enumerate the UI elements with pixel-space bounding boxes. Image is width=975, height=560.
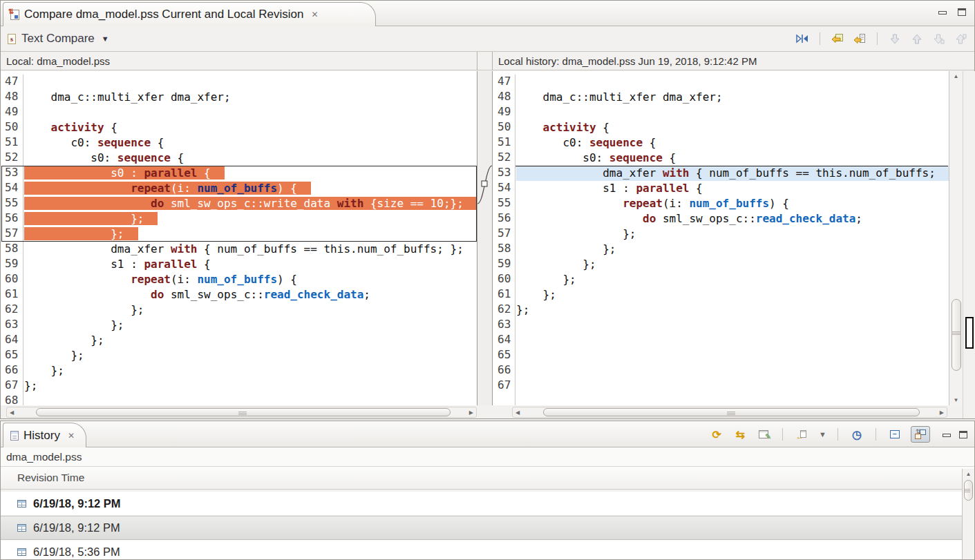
right-code-pane[interactable]: 4748495051525354555657585960616263646566… [492, 71, 949, 405]
overview-ruler[interactable] [963, 71, 975, 418]
scroll-right-icon[interactable]: ▶ [469, 409, 473, 416]
code-segment: { [663, 151, 676, 164]
copy-current-right-to-left-icon[interactable] [852, 31, 867, 46]
code-segment: parallel [636, 182, 689, 195]
line-number: 49 [1, 105, 23, 120]
code-segment: }; [24, 364, 64, 377]
code-segment: with [337, 197, 364, 210]
code-segment: s0: [24, 151, 117, 164]
code-line: }; [24, 348, 477, 363]
close-icon[interactable]: ✕ [68, 431, 75, 441]
diff-connector-handle[interactable] [482, 181, 487, 186]
scroll-grip [727, 412, 735, 415]
compare-editor-section: Compare dma_model.pss Current and Local … [0, 0, 975, 419]
code-segment: { [197, 166, 210, 180]
next-difference-icon[interactable] [887, 31, 902, 46]
history-file-name: dma_model.pss [1, 447, 974, 467]
scroll-right-icon[interactable]: ▶ [940, 409, 944, 416]
code-line: dma_xfer with { num_of_buffs == this.num… [516, 166, 949, 181]
maximize-icon[interactable] [959, 431, 967, 438]
right-vertical-scrollbar[interactable]: ▲ ▼ [949, 71, 963, 405]
previous-change-icon[interactable] [954, 31, 969, 46]
code-line [24, 75, 477, 90]
copy-current-glyph [853, 33, 866, 45]
copy-all-right-to-left-icon[interactable] [830, 31, 845, 46]
compare-mode-toggle[interactable]: ⇅ [911, 426, 930, 443]
code-line-text: }; [516, 227, 636, 240]
scroll-down-icon[interactable]: ▼ [949, 397, 963, 403]
revision-row[interactable]: 6/19/18, 9:12 PM [1, 492, 962, 516]
tab-compare-editor[interactable]: Compare dma_model.pss Current and Local … [3, 2, 376, 26]
scroll-grip [238, 412, 247, 415]
line-number: 51 [493, 135, 515, 151]
code-line-text: repeat(i: num_of_buffs) { [24, 182, 311, 195]
horizontal-scroll-thumb[interactable] [36, 408, 451, 416]
code-line: do sml_sw_ops_c::read_check_data; [24, 287, 477, 302]
code-line-text: repeat(i: num_of_buffs) { [24, 273, 297, 286]
line-number: 48 [1, 90, 23, 105]
vertical-scroll-thumb[interactable] [964, 480, 973, 501]
code-line: }; [516, 287, 949, 302]
vertical-scroll-thumb[interactable] [952, 299, 961, 371]
revision-icon [17, 500, 26, 508]
code-segment: (i: [171, 273, 198, 286]
scroll-up-icon[interactable]: ▲ [949, 73, 963, 79]
code-line: }; [516, 226, 949, 242]
line-number: 63 [1, 318, 23, 333]
code-line: c0: sequence { [516, 135, 949, 151]
right-horizontal-scrollbar[interactable]: ◀ ▶ [512, 407, 947, 418]
line-number: 58 [1, 242, 23, 257]
revision-row[interactable]: 6/19/18, 9:12 PM [1, 516, 962, 540]
code-segment: {size == 10;}; [363, 197, 464, 210]
maximize-icon[interactable] [958, 8, 966, 16]
code-segment: ; [363, 288, 370, 301]
link-with-editor-icon[interactable]: ⇆ [732, 427, 748, 442]
close-icon[interactable]: ✕ [311, 10, 318, 19]
show-time-info-icon[interactable]: ◷ [849, 427, 864, 442]
pin-this-history-icon[interactable] [756, 427, 771, 442]
code-line [516, 333, 949, 348]
code-line [516, 378, 949, 394]
code-segment [24, 288, 151, 301]
compare-editor-tabbar: Compare dma_model.pss Current and Local … [1, 1, 974, 26]
tab-history[interactable]: History ✕ [3, 423, 86, 447]
group-revisions-icon[interactable] [794, 427, 809, 442]
minimize-icon[interactable] [943, 434, 951, 437]
history-column-header-row: Revision Time [1, 467, 974, 490]
code-segment: { [197, 258, 210, 271]
scroll-left-icon[interactable]: ◀ [10, 409, 14, 416]
code-line: }; [516, 302, 949, 318]
code-line: }; [516, 242, 949, 257]
minimize-icon[interactable] [938, 11, 947, 15]
line-number: 52 [1, 151, 23, 166]
code-segment: }; [516, 227, 636, 240]
code-segment [24, 182, 131, 195]
revision-row[interactable]: 6/19/18, 5:36 PM [1, 540, 962, 559]
code-segment: }; [516, 258, 596, 271]
collapse-all-icon[interactable]: − [887, 427, 902, 442]
scroll-left-icon[interactable]: ◀ [515, 409, 520, 416]
code-line-text: s0: sequence { [24, 151, 184, 164]
previous-difference-icon[interactable] [909, 31, 925, 46]
diff-overview-marker[interactable] [965, 317, 974, 349]
horizontal-scroll-thumb[interactable] [543, 408, 920, 416]
code-line-text: }; [516, 303, 529, 316]
code-segment: with [171, 242, 198, 255]
refresh-icon[interactable]: ⟳ [709, 427, 724, 442]
compare-mode-label: Text Compare [21, 32, 95, 46]
line-number: 60 [1, 272, 23, 287]
next-change-icon[interactable] [931, 31, 947, 46]
code-segment: }; [24, 334, 104, 347]
column-revision-time[interactable]: Revision Time [17, 472, 84, 484]
code-segment: num_of_buffs [197, 273, 277, 286]
group-revisions-menu-icon[interactable]: ▼ [819, 430, 826, 438]
swap-left-right-icon[interactable] [795, 31, 810, 46]
left-horizontal-scrollbar[interactable]: ◀ ▶ [6, 407, 477, 418]
scroll-up-icon[interactable]: ▲ [963, 471, 974, 477]
code-line-text: }; [24, 379, 37, 392]
history-vertical-scrollbar[interactable]: ▲ [962, 469, 974, 559]
compare-mode-dropdown[interactable]: s Text Compare ▼ [1, 26, 116, 51]
next-change-glyph [934, 34, 945, 44]
code-segment: (i: [663, 197, 690, 210]
left-code-pane[interactable]: 4748495051525354555657585960616263646566… [1, 71, 477, 405]
